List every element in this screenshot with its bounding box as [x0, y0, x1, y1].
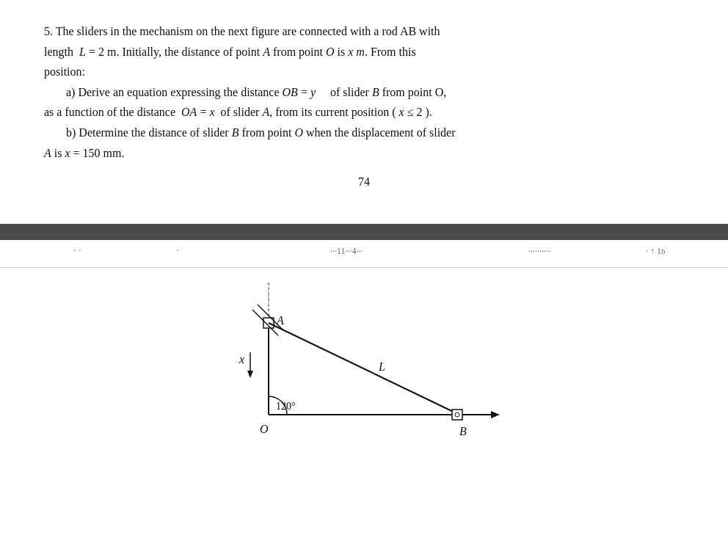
- diagram-container: x A L 120°: [210, 283, 518, 459]
- problem-part-b-1: b) Determine the distance of slider B fr…: [66, 123, 684, 142]
- problem-part-b-2: A is x = 150 mm.: [44, 144, 684, 163]
- problem-part-a-1: a) Derive an equation expressing the dis…: [66, 83, 684, 102]
- page-content: 5. The sliders in the mechanism on the n…: [0, 0, 728, 203]
- diagram-area: x A L 120°: [0, 275, 728, 466]
- svg-text:· ↑ 1b: · ↑ 1b: [646, 246, 666, 256]
- svg-marker-16: [491, 411, 500, 418]
- dark-bar: [0, 224, 728, 240]
- mechanism-svg: x A L 120°: [210, 283, 518, 459]
- svg-text:O: O: [260, 423, 269, 435]
- problem-line3: position:: [44, 62, 684, 81]
- problem-line1: 5. The sliders in the mechanism on the n…: [44, 22, 684, 41]
- svg-text:L: L: [378, 360, 385, 373]
- page-number: 74: [44, 175, 684, 189]
- svg-text:x: x: [239, 353, 244, 366]
- svg-line-11: [269, 323, 459, 415]
- ruler-area: ···11···4··· ·········· · ↑ 1b · · ·: [0, 240, 728, 268]
- svg-text:··········: ··········: [528, 246, 550, 256]
- svg-text:120°: 120°: [276, 401, 296, 412]
- problem-part-a-2: as a function of the distance OA = x of …: [44, 103, 684, 122]
- svg-text:· ·: · ·: [73, 245, 81, 256]
- problem-line2: length L = 2 m. Initially, the distance …: [44, 43, 684, 62]
- svg-text:·: ·: [176, 245, 179, 256]
- svg-marker-8: [247, 371, 253, 378]
- svg-rect-17: [452, 410, 462, 420]
- svg-text:···11···4···: ···11···4···: [330, 246, 363, 256]
- svg-text:B: B: [459, 425, 467, 437]
- problem-text: 5. The sliders in the mechanism on the n…: [44, 22, 684, 162]
- ruler-svg: ···11···4··· ·········· · ↑ 1b · · ·: [15, 241, 712, 267]
